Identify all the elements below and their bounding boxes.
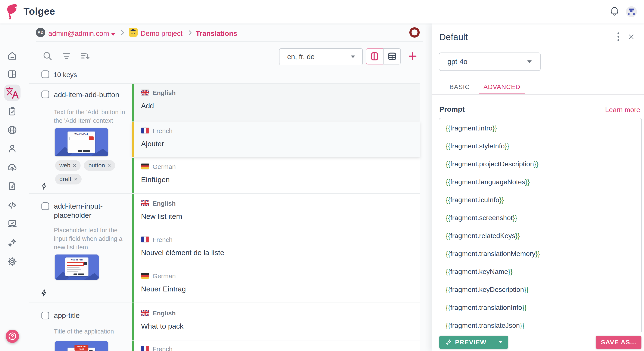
translation-value[interactable]: Neuer Eintrag xyxy=(141,285,186,293)
prompt-fragment[interactable]: {{fragment.screenshot}} xyxy=(446,214,517,222)
sidebar-item-integrate[interactable] xyxy=(5,198,19,212)
row-checkbox[interactable] xyxy=(42,312,49,320)
tab-advanced[interactable]: ADVANCED xyxy=(478,83,525,90)
panel-title: Default xyxy=(439,32,468,42)
key-name[interactable]: app-title xyxy=(54,311,128,320)
preview-button[interactable]: PREVIEW xyxy=(439,336,493,349)
preview-split-button: PREVIEW xyxy=(439,336,508,349)
sidebar-item-developer[interactable] xyxy=(5,217,19,231)
translation-cell-french[interactable] xyxy=(132,230,420,266)
view-side-by-side-button[interactable] xyxy=(366,48,383,64)
sidebar-item-import[interactable] xyxy=(5,160,19,174)
preview-options-button[interactable] xyxy=(493,336,508,349)
remove-tag-icon[interactable] xyxy=(73,164,76,167)
translation-cell-english[interactable] xyxy=(132,303,420,340)
translation-value[interactable]: Ajouter xyxy=(141,140,164,148)
prompt-fragment[interactable]: {{fragment.keyDescription}} xyxy=(446,286,528,294)
translation-value[interactable]: Nouvel élément de la liste xyxy=(141,249,224,257)
machine-translation-bolt-icon[interactable] xyxy=(40,289,48,298)
learn-more-link[interactable]: Learn more xyxy=(605,106,640,114)
model-selector[interactable]: gpt-4o xyxy=(439,52,540,71)
sparkles-icon xyxy=(7,238,17,248)
tag[interactable]: button xyxy=(84,160,115,171)
tab-basic[interactable]: BASIC xyxy=(448,83,471,90)
sidebar-item-export[interactable] xyxy=(5,179,19,193)
translation-cell-french-selected[interactable] xyxy=(132,122,420,157)
translation-value[interactable]: What to pack xyxy=(141,322,183,330)
screenshot-thumbnail[interactable]: What To Pack xyxy=(55,128,108,156)
key-name[interactable]: add-item-input-placeholder xyxy=(54,202,126,220)
prompt-editor[interactable]: {{fragment.intro}} {{fragment.styleInfo}… xyxy=(439,118,642,351)
panel-close-button[interactable] xyxy=(626,32,636,41)
breadcrumb-user-avatar[interactable]: AD xyxy=(36,28,45,37)
sort-button[interactable] xyxy=(80,51,90,62)
save-as-button[interactable]: SAVE AS... xyxy=(596,336,642,349)
add-key-button[interactable] xyxy=(407,51,418,62)
split-view-icon xyxy=(370,51,379,61)
remove-tag-icon[interactable] xyxy=(74,177,77,181)
notifications-bell-icon[interactable] xyxy=(610,6,620,18)
prompt-fragment[interactable]: {{fragment.styleInfo}} xyxy=(446,142,509,150)
language-label: French xyxy=(152,346,172,351)
prompt-fragment[interactable]: {{fragment.intro}} xyxy=(446,124,497,132)
translation-value[interactable]: Add xyxy=(141,102,154,110)
view-table-button[interactable] xyxy=(383,48,401,64)
sidebar-item-ai[interactable] xyxy=(5,236,19,250)
select-all-checkbox[interactable] xyxy=(42,70,49,78)
tag[interactable]: web xyxy=(55,160,80,171)
translation-cell-german[interactable] xyxy=(132,266,420,303)
thumbnail-add-button xyxy=(84,262,87,265)
flag-french-icon xyxy=(141,346,149,351)
tag[interactable]: draft xyxy=(55,174,82,184)
sidebar-item-settings[interactable] xyxy=(5,255,19,269)
prompt-fragment[interactable]: {{fragment.translationMemory}} xyxy=(446,250,540,258)
sidebar-item-home[interactable] xyxy=(5,49,19,63)
row-checkbox[interactable] xyxy=(42,202,49,210)
screenshot-thumbnail[interactable]: What To Pack xyxy=(55,341,108,351)
sidebar-item-translations-active[interactable] xyxy=(4,84,20,101)
search-button[interactable] xyxy=(42,51,52,62)
prompt-fragment[interactable]: {{fragment.languageNotes}} xyxy=(446,178,530,186)
keys-count-label: 10 keys xyxy=(54,71,77,79)
key-description: Text for the 'Add' button in the 'Add It… xyxy=(54,108,126,125)
user-avatar[interactable] xyxy=(626,6,637,17)
dashboard-icon xyxy=(7,69,17,79)
remove-tag-icon[interactable] xyxy=(108,164,111,167)
translation-cell-french[interactable] xyxy=(132,341,420,351)
breadcrumb-separator-icon xyxy=(119,29,126,37)
screenshot-thumbnail[interactable]: What To Pack xyxy=(55,255,99,280)
chevron-down-icon xyxy=(499,341,502,344)
key-name[interactable]: add-item-add-button xyxy=(54,90,128,99)
thumbnail-highlighted-input xyxy=(67,262,84,266)
panel-menu-button[interactable] xyxy=(614,31,623,42)
help-button[interactable] xyxy=(6,330,19,343)
sidebar-item-languages[interactable] xyxy=(5,123,19,137)
sidebar-item-projects[interactable] xyxy=(5,67,19,81)
ai-prompt-panel: Default gpt-4o BASIC ADVANCED Prompt Lea… xyxy=(432,23,644,351)
chevron-down-icon xyxy=(351,55,355,58)
prompt-fragment[interactable]: {{fragment.translationInfo}} xyxy=(446,304,527,312)
prompt-fragment[interactable]: {{fragment.translateJson}} xyxy=(446,322,524,330)
panel-footer: PREVIEW SAVE AS... xyxy=(432,332,644,351)
language-selector[interactable]: en, fr, de xyxy=(279,48,363,65)
filter-button[interactable] xyxy=(62,52,71,61)
translation-value[interactable]: Einfügen xyxy=(141,175,170,184)
prompt-fragment[interactable]: {{fragment.icuInfo}} xyxy=(446,196,504,204)
machine-translation-bolt-icon[interactable] xyxy=(40,182,48,191)
breadcrumb-user[interactable]: admin@admin.com xyxy=(48,29,109,37)
user-menu-caret-icon[interactable] xyxy=(111,33,116,37)
plus-icon xyxy=(407,51,418,61)
user-icon xyxy=(7,143,17,153)
tolgee-logo-icon[interactable] xyxy=(5,2,19,22)
prompt-fragment[interactable]: {{fragment.relatedKeys}} xyxy=(446,232,520,240)
translation-value[interactable]: New list item xyxy=(141,212,182,221)
flag-french-icon xyxy=(141,128,149,133)
row-checkbox[interactable] xyxy=(42,90,49,98)
sidebar-item-members[interactable] xyxy=(5,141,19,155)
breadcrumb-project[interactable]: Demo project xyxy=(140,29,182,37)
translation-cell-english[interactable] xyxy=(132,194,420,230)
prompt-fragment[interactable]: {{fragment.keyName}} xyxy=(446,268,512,276)
task-progress-ring[interactable] xyxy=(410,27,420,37)
sidebar-item-tasks[interactable] xyxy=(5,104,19,118)
prompt-fragment[interactable]: {{fragment.projectDescription}} xyxy=(446,160,538,168)
